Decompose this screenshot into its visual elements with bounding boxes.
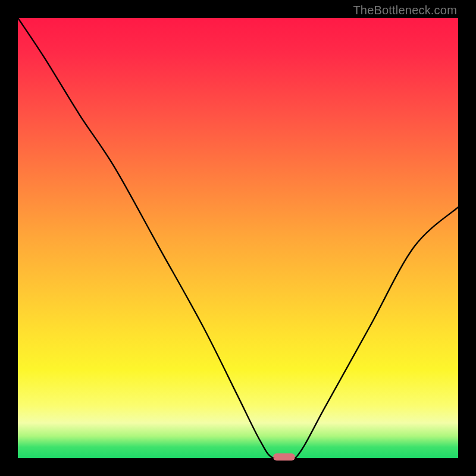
bottleneck-curve	[18, 18, 458, 458]
chart-frame: TheBottleneck.com	[0, 0, 476, 476]
curve-path	[18, 18, 458, 458]
plot-area	[18, 18, 458, 458]
attribution-label: TheBottleneck.com	[353, 4, 457, 17]
